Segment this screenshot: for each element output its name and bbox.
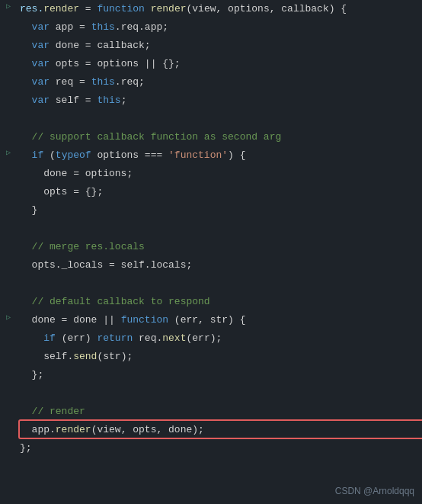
code-line: // default callback to respond	[0, 293, 422, 311]
token: var	[32, 21, 50, 33]
line-gutter	[0, 165, 17, 166]
code-editor: ▷res.render = function render(view, opti…	[0, 0, 422, 504]
line-gutter	[0, 19, 17, 20]
token: 'function'	[168, 149, 228, 161]
token: send	[73, 351, 97, 362]
code-line: opts = {};	[0, 183, 422, 201]
code-line	[0, 384, 422, 403]
code-line	[0, 220, 422, 238]
token: (str);	[97, 351, 133, 362]
code-line: done = options;	[0, 165, 422, 183]
line-code: var app = this.req.app;	[17, 19, 422, 36]
token: render	[151, 3, 187, 14]
line-gutter	[0, 348, 17, 349]
token: opts._locals = self.locals;	[20, 259, 192, 271]
code-line: };	[0, 439, 422, 457]
line-code: var self = this;	[17, 92, 422, 109]
token: ;	[121, 95, 127, 106]
line-code: res.render = function render(view, optio…	[17, 1, 422, 18]
token	[20, 40, 32, 51]
code-line: }	[0, 201, 422, 220]
code-line: var self = this;	[0, 91, 422, 110]
token: };	[20, 442, 32, 454]
watermark: CSDN @Arnoldqqq	[335, 486, 414, 496]
code-line: var app = this.req.app;	[0, 18, 422, 37]
token: res.	[20, 3, 43, 14]
token: next	[162, 332, 186, 344]
token: typeof	[56, 149, 91, 161]
line-gutter	[0, 239, 17, 239]
token: (err, str) {	[168, 314, 245, 326]
line-code: // support callback function as second a…	[17, 129, 422, 146]
token: this	[91, 76, 115, 88]
code-line: var opts = options || {};	[0, 55, 422, 73]
code-line: if (err) return req.next(err);	[0, 329, 422, 348]
line-code: var opts = options || {};	[17, 56, 422, 72]
line-code	[17, 111, 422, 127]
token: };	[20, 369, 43, 380]
code-line: // support callback function as second a…	[0, 128, 422, 146]
token: app.	[20, 424, 56, 435]
token	[20, 131, 32, 143]
token: // render	[32, 406, 85, 417]
line-gutter	[0, 440, 17, 441]
code-line: app.render(view, opts, done);	[0, 421, 422, 439]
token: // default callback to respond	[32, 296, 210, 307]
token: if	[43, 332, 56, 344]
line-gutter: ▷	[0, 1, 17, 11]
line-gutter	[0, 385, 17, 386]
token: options ===	[91, 149, 168, 161]
line-code	[17, 275, 422, 292]
line-code	[17, 220, 422, 237]
token: done = done ||	[20, 314, 121, 326]
code-line: };	[0, 366, 422, 384]
token	[20, 76, 32, 88]
token	[20, 149, 32, 161]
line-gutter	[0, 275, 17, 276]
token: =	[79, 3, 97, 14]
line-gutter	[0, 403, 17, 404]
token: opts = {};	[20, 186, 103, 197]
line-gutter	[0, 367, 17, 368]
line-gutter	[0, 202, 17, 203]
token: // support callback function as second a…	[32, 131, 282, 143]
token: req.	[133, 332, 162, 344]
token	[20, 21, 32, 33]
code-line: var req = this.req;	[0, 73, 422, 91]
token: .req;	[115, 76, 145, 88]
line-gutter	[0, 37, 17, 38]
line-gutter: ▷	[0, 312, 17, 322]
line-gutter	[0, 220, 17, 221]
token: // merge res.locals	[32, 241, 145, 252]
token	[20, 296, 32, 307]
code-line: ▷ if (typeof options === 'function') {	[0, 146, 422, 165]
token: done = callback;	[50, 40, 151, 51]
line-gutter	[0, 422, 17, 422]
line-code: }	[17, 202, 422, 219]
code-line: var done = callback;	[0, 37, 422, 55]
line-gutter	[0, 129, 17, 130]
token: app =	[50, 21, 91, 33]
token	[20, 406, 32, 417]
line-gutter	[0, 92, 17, 93]
line-code: opts = {};	[17, 184, 422, 201]
token: this	[91, 21, 115, 33]
token: this	[97, 95, 120, 106]
token: var	[32, 76, 50, 88]
line-code: done = options;	[17, 165, 422, 182]
token	[20, 241, 32, 252]
token: function	[97, 3, 144, 14]
line-code: if (err) return req.next(err);	[17, 330, 422, 347]
code-line: // merge res.locals	[0, 238, 422, 256]
code-line: opts._locals = self.locals;	[0, 256, 422, 274]
token: opts = options || {};	[50, 58, 181, 69]
line-code: // default callback to respond	[17, 294, 422, 310]
token: var	[32, 40, 50, 51]
code-lines: ▷res.render = function render(view, opti…	[0, 0, 422, 457]
code-line: ▷ done = done || function (err, str) {	[0, 311, 422, 329]
code-line: // render	[0, 403, 422, 421]
line-code: self.send(str);	[17, 348, 422, 365]
line-code	[17, 385, 422, 402]
token: render	[43, 3, 79, 14]
line-code: done = done || function (err, str) {	[17, 312, 422, 329]
